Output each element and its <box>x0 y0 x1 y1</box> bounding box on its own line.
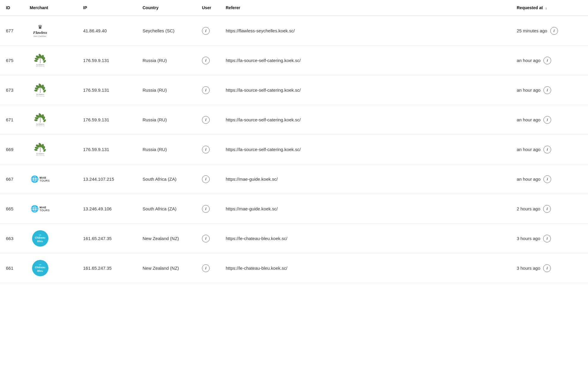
svg-text:Self Catering: Self Catering <box>36 95 45 97</box>
cell-country: New Zealand (NZ) <box>137 224 196 253</box>
cell-referer: https://la-source-self-catering.koek.sc/ <box>220 75 511 105</box>
requested-info-icon[interactable]: i <box>543 86 551 94</box>
table-row: 673 La Source Self Catering 176.59.9.131 <box>0 75 588 105</box>
requested-info-icon[interactable]: i <box>550 27 558 35</box>
requested-at-value: 2 hours ago <box>517 206 540 211</box>
cell-requested-at: 3 hours ago i <box>511 224 588 253</box>
user-info-icon[interactable]: i <box>202 57 210 64</box>
cell-referer: https://la-source-self-catering.koek.sc/ <box>220 135 511 164</box>
cell-user[interactable]: i <box>196 164 220 194</box>
requested-info-icon[interactable]: i <box>543 205 551 213</box>
cell-user[interactable]: i <box>196 135 220 164</box>
requested-info-icon[interactable]: i <box>543 264 551 272</box>
merchant-logo: 🌐 MAETOURS <box>30 201 50 217</box>
user-info-icon[interactable]: i <box>202 116 210 124</box>
cell-user[interactable]: i <box>196 194 220 224</box>
cell-user[interactable]: i <box>196 253 220 283</box>
col-header-id: ID <box>0 0 24 16</box>
requested-info-icon[interactable]: i <box>543 57 551 64</box>
table-row: 671 La Source Self Catering 176.59.9.131 <box>0 105 588 135</box>
cell-country: Russia (RU) <box>137 46 196 75</box>
merchant-logo: ♛ Flawless Les Cailles <box>30 23 50 39</box>
requested-at-value: 3 hours ago <box>517 266 540 271</box>
cell-requested-at: an hour ago i <box>511 135 588 164</box>
cell-user[interactable]: i <box>196 16 220 46</box>
cell-country: Russia (RU) <box>137 75 196 105</box>
table-row: 663 Le Château Bleu 161.65.247.35 New Ze… <box>0 224 588 253</box>
cell-merchant: La Source Self Catering <box>24 75 77 105</box>
col-header-merchant: Merchant <box>24 0 77 16</box>
cell-id: 661 <box>0 253 24 283</box>
merchant-logo: Le Château Bleu <box>30 230 50 247</box>
cell-country: South Africa (ZA) <box>137 194 196 224</box>
cell-user[interactable]: i <box>196 105 220 135</box>
requested-at-value: an hour ago <box>517 88 540 93</box>
cell-ip: 161.65.247.35 <box>77 224 137 253</box>
merchant-logo: La Source Self Catering <box>30 141 50 158</box>
cell-country: Russia (RU) <box>137 105 196 135</box>
cell-merchant: ♛ Flawless Les Cailles <box>24 16 77 46</box>
cell-merchant: Le Château Bleu <box>24 253 77 283</box>
cell-user[interactable]: i <box>196 224 220 253</box>
cell-referer: https://le-chateau-bleu.koek.sc/ <box>220 224 511 253</box>
cell-ip: 161.65.247.35 <box>77 253 137 283</box>
cell-country: South Africa (ZA) <box>137 164 196 194</box>
cell-ip: 176.59.9.131 <box>77 46 137 75</box>
table-header-row: ID Merchant IP Country User Referer Requ… <box>0 0 588 16</box>
col-header-ip: IP <box>77 0 137 16</box>
svg-text:Self Catering: Self Catering <box>36 66 45 67</box>
cell-referer: https://flawless-seychelles.koek.sc/ <box>220 16 511 46</box>
cell-user[interactable]: i <box>196 75 220 105</box>
requested-info-icon[interactable]: i <box>543 175 551 183</box>
table-row: 669 La Source Self Catering 176.59.9.131 <box>0 135 588 164</box>
cell-requested-at: 25 minutes ago i <box>511 16 588 46</box>
requested-info-icon[interactable]: i <box>543 116 551 124</box>
table-row: 677 ♛ Flawless Les Cailles 41.86.49.40 S… <box>0 16 588 46</box>
user-info-icon[interactable]: i <box>202 146 210 153</box>
requested-at-value: an hour ago <box>517 177 540 182</box>
svg-text:La Source: La Source <box>36 123 44 125</box>
cell-country: Seychelles (SC) <box>137 16 196 46</box>
user-info-icon[interactable]: i <box>202 235 210 242</box>
user-info-icon[interactable]: i <box>202 175 210 183</box>
requested-at-value: 25 minutes ago <box>517 28 547 33</box>
merchant-logo: La Source Self Catering <box>30 112 50 128</box>
cell-ip: 13.246.49.106 <box>77 194 137 224</box>
user-info-icon[interactable]: i <box>202 205 210 213</box>
svg-text:La Source: La Source <box>36 93 44 95</box>
cell-id: 673 <box>0 75 24 105</box>
svg-text:Self Catering: Self Catering <box>36 125 45 126</box>
cell-ip: 41.86.49.40 <box>77 16 137 46</box>
requested-info-icon[interactable]: i <box>543 235 551 242</box>
requested-at-value: an hour ago <box>517 117 540 122</box>
cell-merchant: 🌐 MAETOURS <box>24 164 77 194</box>
cell-ip: 176.59.9.131 <box>77 135 137 164</box>
cell-id: 677 <box>0 16 24 46</box>
sort-icon[interactable]: ↓ <box>545 6 547 10</box>
cell-id: 669 <box>0 135 24 164</box>
user-info-icon[interactable]: i <box>202 264 210 272</box>
col-header-requested-at[interactable]: Requested at ↓ <box>511 0 588 16</box>
cell-requested-at: 2 hours ago i <box>511 194 588 224</box>
cell-referer: https://la-source-self-catering.koek.sc/ <box>220 46 511 75</box>
cell-id: 671 <box>0 105 24 135</box>
table-row: 667 🌐 MAETOURS 13.244.107.215 South Afri… <box>0 164 588 194</box>
col-header-country: Country <box>137 0 196 16</box>
user-info-icon[interactable]: i <box>202 86 210 94</box>
cell-id: 675 <box>0 46 24 75</box>
cell-referer: https://mae-guide.koek.sc/ <box>220 164 511 194</box>
cell-ip: 176.59.9.131 <box>77 105 137 135</box>
user-info-icon[interactable]: i <box>202 27 210 35</box>
cell-merchant: La Source Self Catering <box>24 105 77 135</box>
table-row: 665 🌐 MAETOURS 13.246.49.106 South Afric… <box>0 194 588 224</box>
cell-user[interactable]: i <box>196 46 220 75</box>
svg-text:Self Catering: Self Catering <box>36 155 45 156</box>
svg-text:La Source: La Source <box>36 153 44 155</box>
cell-requested-at: an hour ago i <box>511 105 588 135</box>
requested-info-icon[interactable]: i <box>543 146 551 153</box>
svg-text:La Source: La Source <box>36 64 44 66</box>
cell-requested-at: an hour ago i <box>511 75 588 105</box>
requested-at-value: an hour ago <box>517 58 540 63</box>
cell-merchant: 🌐 MAETOURS <box>24 194 77 224</box>
cell-id: 667 <box>0 164 24 194</box>
